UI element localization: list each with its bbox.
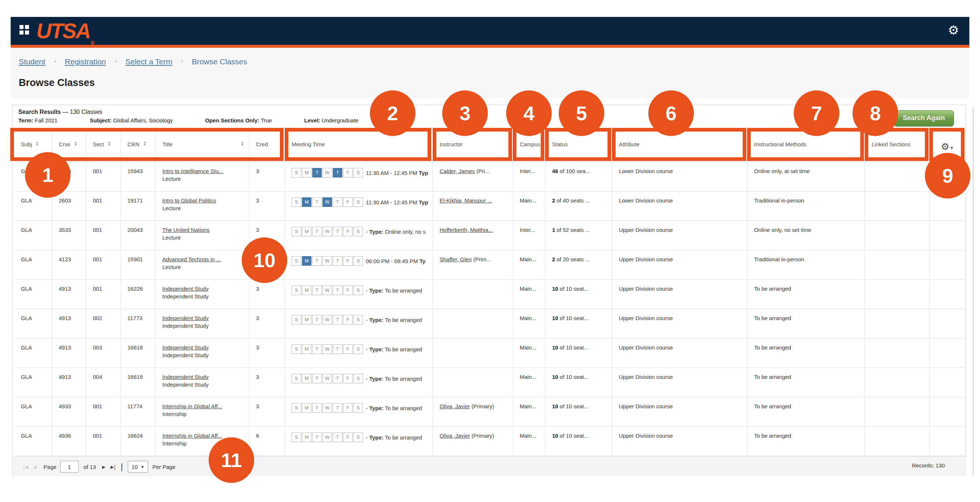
instructor-link[interactable]: El-Kikhia, Mansour ... bbox=[440, 198, 492, 204]
meeting-time-text: - Type: To be arranged bbox=[366, 346, 422, 352]
column-header-crn[interactable]: CRN▲▼ bbox=[121, 128, 156, 162]
cell-course: 4913 bbox=[52, 338, 86, 368]
day-box: F bbox=[343, 227, 353, 236]
cell-section: 001 bbox=[86, 191, 121, 221]
day-box: W bbox=[323, 285, 332, 295]
column-header-attribute[interactable]: Attribute bbox=[612, 128, 748, 162]
sort-icon[interactable]: ▲▼ bbox=[240, 141, 244, 162]
course-schedule-type: Independent Study bbox=[162, 352, 249, 359]
course-schedule-type: Independent Study bbox=[162, 381, 249, 388]
cell-title: Independent StudyIndependent Study bbox=[156, 338, 250, 368]
cell-campus: Main... bbox=[513, 250, 546, 280]
day-box: T bbox=[312, 256, 322, 266]
column-header-instructor[interactable]: Instructor bbox=[433, 128, 513, 162]
course-title-link[interactable]: Independent Study bbox=[162, 344, 249, 351]
course-title-link[interactable]: Intro to Global Politics bbox=[162, 198, 249, 204]
column-header-campus[interactable]: Campus bbox=[513, 128, 546, 162]
cell-linked-sections bbox=[865, 309, 930, 338]
sort-icon[interactable]: ▲▼ bbox=[36, 141, 39, 146]
day-box: T bbox=[333, 403, 342, 413]
column-header-linked-sections[interactable]: Linked Sections bbox=[865, 128, 930, 162]
instructor-link[interactable]: Oliva, Javier bbox=[440, 403, 470, 410]
table-body: GLA 2013 001 15943 Intro to Intelligence… bbox=[14, 162, 965, 456]
table-footer: |◄ ◄ Page of 13 ► ►| | 10▼ Per Page Reco… bbox=[13, 456, 966, 476]
instructor-link[interactable]: Shaffer, Glen bbox=[440, 256, 472, 262]
course-title-link[interactable]: Internship in Global Aff... bbox=[162, 403, 249, 410]
cell-meeting-time: SMTWTFS - Type: Online only, no s bbox=[285, 221, 433, 250]
next-page-icon[interactable]: ► bbox=[101, 464, 106, 470]
cell-course: 4123 bbox=[52, 250, 86, 280]
sort-icon[interactable]: ▲▼ bbox=[74, 141, 78, 146]
cell-section: 001 bbox=[86, 397, 121, 427]
sort-icon[interactable]: ▲▼ bbox=[143, 141, 146, 146]
cell-instructional-method: To be arranged bbox=[748, 368, 865, 397]
course-title-link[interactable]: The United Nations bbox=[162, 227, 249, 233]
instructor-link[interactable]: Oliva, Javier bbox=[440, 433, 470, 439]
column-header-crse[interactable]: Crse▲▼ bbox=[52, 128, 86, 162]
page-number-input[interactable] bbox=[60, 461, 79, 473]
cell-section: 001 bbox=[86, 162, 121, 191]
search-again-button[interactable]: Search Again bbox=[894, 110, 954, 126]
day-box: S bbox=[292, 433, 301, 442]
instructor-role: (Pri... bbox=[475, 168, 490, 174]
day-box: W bbox=[323, 374, 332, 383]
app-menu-icon[interactable] bbox=[19, 25, 29, 35]
day-box: T bbox=[312, 168, 322, 177]
cell-credits: 3 bbox=[250, 162, 285, 191]
table-settings-gear-icon[interactable]: ⚙▼ bbox=[930, 128, 965, 162]
cell-instructional-method: Online only, no set time bbox=[748, 221, 865, 250]
breadcrumb-select-a-term[interactable]: Select a Term bbox=[125, 57, 172, 66]
course-title-link[interactable]: Advanced Technqs in ... bbox=[162, 256, 249, 263]
cell-status: 10 of 10 seat... bbox=[546, 368, 612, 397]
cell-campus: Main... bbox=[513, 427, 546, 456]
page-title: Browse Classes bbox=[19, 77, 95, 89]
day-box: M bbox=[302, 315, 312, 325]
table-scrollbar[interactable] bbox=[973, 107, 974, 475]
sort-icon[interactable]: ▲▼ bbox=[108, 141, 111, 146]
cell-actions bbox=[930, 338, 965, 368]
course-title-link[interactable]: Independent Study bbox=[162, 315, 249, 322]
day-box: S bbox=[353, 285, 363, 295]
cell-course: 4913 bbox=[52, 368, 86, 397]
breadcrumb-registration[interactable]: Registration bbox=[65, 57, 106, 66]
cell-title: The United NationsLecture bbox=[156, 221, 250, 250]
column-header-meeting-time[interactable]: Meeting Time bbox=[285, 128, 433, 162]
column-header-status[interactable]: Status bbox=[546, 128, 612, 162]
column-header-subj[interactable]: Subj▲▼ bbox=[14, 128, 52, 162]
course-title-link[interactable]: Independent Study bbox=[162, 285, 249, 292]
column-header-instructional-methods[interactable]: Instructional Methods bbox=[748, 128, 865, 162]
cell-subject: GLA bbox=[14, 309, 52, 338]
seats-open-count: 10 bbox=[552, 344, 558, 351]
instructor-link[interactable]: Hofferberth, Matthia... bbox=[440, 227, 493, 233]
seats-open-count: 10 bbox=[552, 374, 558, 380]
cell-attribute: Upper Division course bbox=[612, 368, 748, 397]
per-page-select[interactable]: 10▼ bbox=[128, 461, 148, 473]
course-title-link[interactable]: Independent Study bbox=[162, 374, 249, 380]
course-title-link[interactable]: Intro to Intelligence Stu... bbox=[162, 168, 249, 175]
day-box: F bbox=[343, 315, 353, 325]
day-box: F bbox=[343, 285, 353, 295]
column-header-sect[interactable]: Sect▲▼ bbox=[86, 128, 121, 162]
first-page-icon[interactable]: |◄ bbox=[23, 464, 29, 470]
cell-title: Advanced Technqs in ...Lecture bbox=[156, 250, 250, 280]
breadcrumb-student[interactable]: Student bbox=[19, 57, 45, 66]
table-header-row: Subj▲▼ Crse▲▼ Sect▲▼ CRN▲▼ Title▲▼ Cred … bbox=[14, 128, 965, 162]
day-box: S bbox=[353, 374, 363, 383]
seats-open-count: 46 bbox=[552, 168, 558, 174]
settings-gear-icon[interactable]: ⚙ bbox=[948, 23, 959, 37]
last-page-icon[interactable]: ►| bbox=[110, 464, 115, 470]
seats-text: of 10 seat... bbox=[558, 344, 589, 351]
utsa-logo-text: UTSA bbox=[37, 19, 90, 43]
day-of-week-boxes: SMTWTFS bbox=[292, 256, 364, 266]
course-title-link[interactable]: Internship in Global Aff... bbox=[162, 433, 249, 439]
per-page-label: Per Page bbox=[153, 464, 176, 470]
cell-subject: GLA bbox=[14, 162, 52, 191]
instructor-link[interactable]: Calder, James bbox=[440, 168, 475, 174]
cell-title: Internship in Global Aff...Internship bbox=[156, 397, 250, 427]
column-header-title[interactable]: Title▲▼ bbox=[156, 128, 250, 162]
prev-page-icon[interactable]: ◄ bbox=[32, 464, 37, 470]
column-header-cred[interactable]: Cred bbox=[250, 128, 285, 162]
course-schedule-type: Internship bbox=[162, 440, 249, 447]
cell-actions bbox=[930, 221, 965, 250]
cell-section: 001 bbox=[86, 280, 121, 309]
